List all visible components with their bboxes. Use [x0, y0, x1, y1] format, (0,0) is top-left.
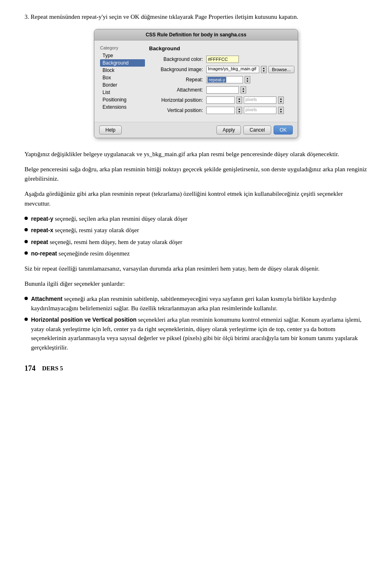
paragraph-5: Bununla ilgili diğer seçenekler şunlardı…	[24, 279, 368, 289]
attachment-select[interactable]	[206, 86, 239, 94]
bg-image-row: Background image: Images/ys_bkg_main.gif…	[149, 66, 294, 73]
horiz-stepper[interactable]: ▲ ▼	[236, 96, 242, 104]
bold-repeat-x: repeat-x	[31, 227, 53, 233]
page-footer-inner: 174 DERS 5	[24, 364, 368, 373]
bullet-dot	[24, 297, 28, 300]
bullet-dot	[24, 240, 28, 243]
bullet-dot	[24, 228, 28, 231]
horiz-unit-stepper[interactable]: ▲ ▼	[278, 96, 284, 104]
browse-button[interactable]: Browse...	[268, 66, 294, 73]
bg-image-input[interactable]: Images/ys_bkg_main.gif	[206, 66, 259, 73]
dialog-body: Category Type Background Block Box Borde…	[94, 40, 298, 122]
dialog-titlebar: CSS Rule Definition for body in sangha.c…	[94, 29, 298, 40]
list-item-position: Horizontal position ve Vertical position…	[24, 315, 368, 352]
attachment-row: Attachment: ▲ ▼	[149, 86, 294, 94]
main-content: Yaptığınız değişiklikler belgeye uygulan…	[24, 150, 368, 373]
bold-repeat-y: repeat-y	[31, 215, 53, 222]
dialog-footer: Help Apply Cancel OK	[94, 122, 298, 138]
horiz-unit-display: pixels	[244, 96, 276, 104]
bullet-4-text: no-repeat seçeneğinde resim döşenmez	[31, 249, 130, 258]
paragraph-4: Siz bir repeat özelliği tanımlamazsanız,…	[24, 264, 368, 273]
image-stepper[interactable]: ▲ ▼	[261, 66, 267, 73]
bg-color-row: Background color: #FFFFCC	[149, 56, 294, 63]
footer-left: Help	[99, 125, 122, 134]
horiz-select[interactable]	[206, 96, 235, 104]
background-section-title: Background	[149, 45, 294, 52]
bold-position: Horizontal position ve Vertical position	[31, 316, 136, 323]
dialog-content: Background Background color: #FFFFCC Bac…	[145, 45, 294, 117]
repeat-options-list: repeat-y seçeneği, seçilen arka plan res…	[24, 214, 368, 258]
sidebar-item-box[interactable]: Box	[100, 74, 145, 81]
bullet-5-text: Attachment seçeneği arka plan resminin s…	[31, 294, 368, 313]
paragraph-2: Belge penceresini sağa doğru, arka plan …	[24, 165, 368, 184]
bullet-dot	[24, 217, 28, 220]
paragraph-1: Yaptığınız değişiklikler belgeye uygulan…	[24, 150, 368, 159]
sidebar-item-positioning[interactable]: Positioning	[100, 96, 145, 103]
list-item-repeat: repeat seçeneği, resmi hem düşey, hem de…	[24, 237, 368, 247]
apply-button[interactable]: Apply	[216, 125, 241, 134]
sidebar-item-list[interactable]: List	[100, 89, 145, 96]
page-footer: 174 DERS 5	[24, 364, 368, 373]
sidebar-item-extensions[interactable]: Extensions	[100, 103, 145, 111]
horiz-label: Horizontal position:	[149, 97, 206, 103]
bg-image-label: Background image:	[149, 67, 206, 72]
ok-button[interactable]: OK	[274, 125, 293, 134]
repeat-control: repeat-y ▲ ▼	[206, 76, 250, 83]
attachment-label: Attachment:	[149, 87, 206, 93]
bullet-6-text: Horizontal position ve Vertical position…	[31, 315, 368, 352]
paragraph-3: Aşağıda gördüğünüz gibi arka plan resmin…	[24, 189, 368, 208]
bold-no-repeat: no-repeat	[31, 250, 57, 257]
bullet-dot	[24, 251, 28, 255]
list-item-repeat-x: repeat-x seçeneği, resmi yatay olarak dö…	[24, 226, 368, 235]
sidebar-item-block[interactable]: Block	[100, 67, 145, 74]
bullet-1-text: repeat-y seçeneği, seçilen arka plan res…	[31, 214, 187, 224]
list-item-attachment: Attachment seçeneği arka plan resminin s…	[24, 294, 368, 313]
intro-paragraph: 3. Repeat menüsünden repeat-y'yi seçin v…	[24, 12, 368, 22]
repeat-select[interactable]: repeat-y	[206, 76, 243, 83]
vert-select[interactable]	[206, 107, 235, 114]
repeat-stepper[interactable]: ▲ ▼	[245, 76, 250, 83]
cancel-button[interactable]: Cancel	[243, 125, 271, 134]
sidebar-item-background[interactable]: Background	[100, 59, 145, 67]
sidebar-item-border[interactable]: Border	[100, 81, 145, 89]
bullet-2-text: repeat-x seçeneği, resmi yatay olarak dö…	[31, 226, 139, 235]
repeat-label: Repeat:	[149, 77, 206, 83]
dialog-wrapper: CSS Rule Definition for body in sangha.c…	[24, 29, 368, 138]
color-swatch[interactable]: #FFFFCC	[206, 56, 239, 63]
list-item-repeat-y: repeat-y seçeneği, seçilen arka plan res…	[24, 214, 368, 224]
horiz-row: Horizontal position: ▲ ▼ pixels ▲ ▼	[149, 96, 294, 104]
vert-stepper[interactable]: ▲ ▼	[236, 107, 242, 114]
repeat-value: repeat-y	[207, 77, 226, 83]
bg-image-control: Images/ys_bkg_main.gif ▲ ▼ Browse...	[206, 66, 294, 73]
vert-row: Vertical position: ▲ ▼ pixels ▲ ▼	[149, 107, 294, 114]
attachment-control: ▲ ▼	[206, 86, 246, 94]
page-number: 174	[24, 364, 36, 373]
help-button[interactable]: Help	[99, 125, 122, 134]
footer-right: Apply Cancel OK	[216, 125, 293, 134]
category-label: Category	[100, 45, 145, 50]
bg-color-control: #FFFFCC	[206, 56, 239, 63]
css-rule-dialog: CSS Rule Definition for body in sangha.c…	[94, 29, 298, 138]
list-item-no-repeat: no-repeat seçeneğinde resim döşenmez	[24, 249, 368, 258]
lesson-label: DERS 5	[42, 365, 63, 372]
sidebar-item-type[interactable]: Type	[100, 52, 145, 59]
horiz-control: ▲ ▼ pixels ▲ ▼	[206, 96, 284, 104]
attachment-stepper[interactable]: ▲ ▼	[241, 86, 246, 94]
vert-label: Vertical position:	[149, 108, 206, 113]
bold-attachment: Attachment	[31, 296, 62, 302]
sidebar-items-list: Type Background Block Box Border List Po…	[100, 52, 145, 111]
bg-color-label: Background color:	[149, 56, 206, 62]
options-list: Attachment seçeneği arka plan resminin s…	[24, 294, 368, 352]
vert-control: ▲ ▼ pixels ▲ ▼	[206, 107, 284, 114]
bullet-3-text: repeat seçeneği, resmi hem düşey, hem de…	[31, 237, 183, 247]
bold-repeat: repeat	[31, 239, 48, 245]
vert-unit-stepper[interactable]: ▲ ▼	[278, 107, 284, 114]
repeat-row: Repeat: repeat-y ▲ ▼	[149, 76, 294, 83]
dialog-sidebar: Category Type Background Block Box Borde…	[100, 45, 145, 117]
bullet-dot	[24, 318, 28, 321]
vert-unit-display: pixels	[244, 107, 276, 114]
